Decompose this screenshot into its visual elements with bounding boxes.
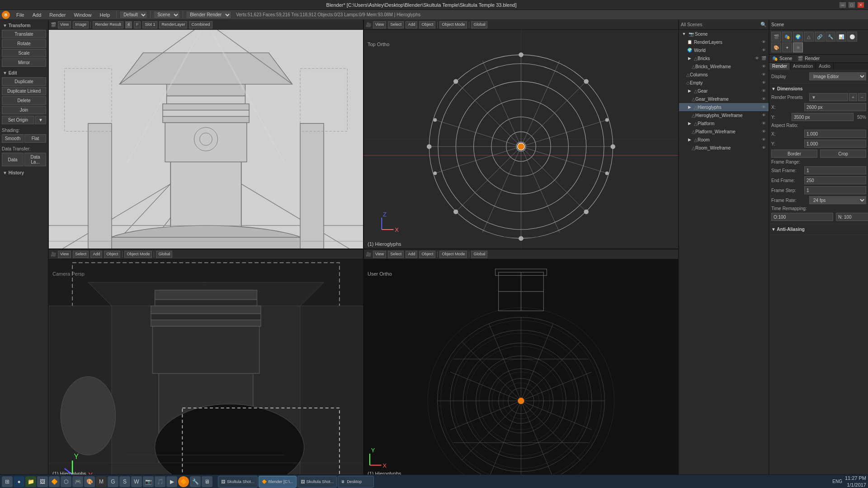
menu-render[interactable]: Render xyxy=(46,11,69,19)
vp-cam-add-btn[interactable]: Add xyxy=(90,251,102,258)
eye-icon[interactable]: 👁 xyxy=(760,39,767,45)
minimize-button[interactable]: ─ xyxy=(839,2,846,8)
edit-section[interactable]: ▼ Edit xyxy=(2,69,46,77)
outliner-item-room-wire[interactable]: △ Room_Wireframe 👁 xyxy=(679,144,769,152)
menu-help[interactable]: Help xyxy=(96,11,114,19)
props-physics-icon[interactable]: ⚛ xyxy=(793,42,803,52)
vp-user-object-btn[interactable]: Object xyxy=(419,251,435,258)
empty-eye-icon[interactable]: 👁 xyxy=(760,80,767,86)
outliner-item-world[interactable]: 🌍 World 👁 xyxy=(679,46,769,54)
vp-cam-mode-btn[interactable]: Object Mode xyxy=(124,251,152,258)
viewport-user-ortho[interactable]: 🎥 View Select Add Object Object Mode Glo… xyxy=(364,249,678,478)
menu-file[interactable]: File xyxy=(13,11,28,19)
border-button[interactable]: Border xyxy=(771,150,817,158)
taskbar-blender-icon[interactable]: 🔶 xyxy=(178,476,189,487)
props-scene-icon[interactable]: 🎭 xyxy=(782,32,792,42)
outliner-item-scene[interactable]: ▼ 📷 Scene xyxy=(679,30,769,38)
viewport-render[interactable]: 🎬 View Image Render Result 4 F Slot 1 Re… xyxy=(49,20,363,249)
vp-user-view-btn[interactable]: View xyxy=(373,251,386,258)
res-y-input[interactable] xyxy=(792,113,854,121)
taskbar-app6[interactable]: G xyxy=(108,476,118,487)
columns-eye-icon[interactable]: 👁 xyxy=(760,71,767,78)
aspect-x-input[interactable] xyxy=(804,130,866,138)
duplicate-button[interactable]: Duplicate xyxy=(2,77,46,86)
fps-dropdown[interactable]: 24 fps xyxy=(809,196,866,204)
hier-wire-eye-icon[interactable]: 👁 xyxy=(760,112,767,118)
outliner-search[interactable]: 🔍 xyxy=(760,22,767,28)
taskbar-chrome[interactable]: ● xyxy=(14,476,24,487)
set-origin-button[interactable]: Set Origin xyxy=(2,116,34,124)
anti-aliasing-title[interactable]: ▼ Anti-Aliasing xyxy=(771,226,866,233)
world-eye-icon[interactable]: 👁 xyxy=(760,47,767,53)
menu-add[interactable]: Add xyxy=(29,11,45,19)
taskbar-app1[interactable]: 🖼 xyxy=(37,476,48,487)
bricks-wire-eye-icon[interactable]: 👁 xyxy=(760,63,767,70)
viewport-user-content[interactable]: User Ortho xyxy=(364,259,678,478)
outliner-item-hier-wire[interactable]: △ Hieroglyphs_Wireframe 👁 xyxy=(679,111,769,119)
hier-eye-icon[interactable]: 👁 xyxy=(760,104,767,110)
bricks-render-icon[interactable]: 🎬 xyxy=(760,55,767,61)
taskbar-app11[interactable]: ▶ xyxy=(166,476,177,487)
outliner-item-gear-wire[interactable]: △ Gear_Wireframe 👁 xyxy=(679,95,769,103)
dimensions-title[interactable]: ▼ Dimensions xyxy=(771,85,866,92)
history-section[interactable]: ▼ History xyxy=(2,169,46,177)
render-tab-render[interactable]: Render xyxy=(769,63,790,70)
res-x-input[interactable] xyxy=(804,103,866,111)
vp-view-btn[interactable]: View xyxy=(58,21,71,28)
vp-user-mode-btn[interactable]: Object Mode xyxy=(439,251,467,258)
outliner-item-platform-wire[interactable]: △ Platform_Wireframe 👁 xyxy=(679,127,769,136)
props-constraint-icon[interactable]: 🔗 xyxy=(815,32,825,42)
taskbar-app5[interactable]: 🎨 xyxy=(84,476,95,487)
taskbar-running-4[interactable]: 🖥 Desktop xyxy=(338,476,374,488)
all-scenes-dropdown[interactable]: All Scenes xyxy=(681,22,702,27)
vp-cam-object-btn[interactable]: Object xyxy=(104,251,120,258)
taskbar-running-1[interactable]: 🖼 Skultula Shot... xyxy=(218,476,258,488)
vp-cam-select-btn[interactable]: Select xyxy=(73,251,89,258)
vp-user-global-btn[interactable]: Global xyxy=(471,251,487,258)
frame-step-input[interactable] xyxy=(804,186,866,194)
outliner-item-bricks-wire[interactable]: △ Bricks_Wireframe 👁 xyxy=(679,62,769,70)
outliner-item-gear[interactable]: ▶ △ Gear 👁 xyxy=(679,87,769,95)
vp-top-mode-btn[interactable]: Object Mode xyxy=(439,21,467,28)
viewport-camera-content[interactable]: Camera Persp xyxy=(49,259,363,478)
taskbar-manga[interactable]: M xyxy=(96,476,107,487)
smooth-button[interactable]: Smooth xyxy=(2,134,24,143)
outliner-item-renderlayers[interactable]: 📋 RenderLayers 👁 xyxy=(679,38,769,46)
vp-user-add-btn[interactable]: Add xyxy=(406,251,417,258)
data-la-button[interactable]: Data La... xyxy=(24,153,46,166)
room-wire-eye-icon[interactable]: 👁 xyxy=(760,145,767,151)
mirror-button[interactable]: Mirror xyxy=(2,58,46,67)
start-button[interactable]: ⊞ xyxy=(2,476,13,487)
taskbar-app12[interactable]: 🔧 xyxy=(190,476,201,487)
rotate-button[interactable]: Rotate xyxy=(2,39,46,48)
taskbar-app9[interactable]: 📷 xyxy=(143,476,154,487)
vp-renderlayer-btn[interactable]: RenderLayer xyxy=(159,21,187,28)
outliner-item-hieroglyphs[interactable]: ▶ △ Hieroglyphs 👁 xyxy=(679,103,769,111)
engine-dropdown[interactable]: Blender Render xyxy=(186,11,231,19)
outliner-item-platform[interactable]: ▶ △ Platform 👁 xyxy=(679,119,769,127)
display-dropdown[interactable]: Image Editor xyxy=(809,72,866,80)
viewport-top-content[interactable]: Top Ortho xyxy=(364,30,678,249)
vp-combined-btn[interactable]: Combined xyxy=(189,21,212,28)
start-frame-input[interactable] xyxy=(804,166,866,174)
props-material-icon[interactable]: ⚪ xyxy=(847,32,857,42)
viewport-camera-persp[interactable]: 🎥 View Select Add Object Object Mode Glo… xyxy=(49,249,363,478)
platform-wire-eye-icon[interactable]: 👁 xyxy=(760,128,767,135)
close-button[interactable]: ✕ xyxy=(857,2,864,8)
props-object-icon[interactable]: △ xyxy=(804,32,814,42)
duplicate-linked-button[interactable]: Duplicate Linked xyxy=(2,87,46,95)
vp-top-global-btn[interactable]: Global xyxy=(471,21,487,28)
render-presets-add-btn[interactable]: + xyxy=(849,93,857,101)
props-modifier-icon[interactable]: 🔧 xyxy=(826,32,835,42)
props-render-icon[interactable]: 🎬 xyxy=(771,32,781,42)
vp-cam-global-btn[interactable]: Global xyxy=(156,251,172,258)
join-button[interactable]: Join xyxy=(2,106,46,114)
time-remap-new[interactable] xyxy=(836,213,868,221)
delete-button[interactable]: Delete xyxy=(2,96,46,105)
taskbar-app3[interactable]: ⬡ xyxy=(61,476,71,487)
taskbar-running-3[interactable]: 🖼 Skultula Shot... xyxy=(297,476,337,488)
vp-render-result-btn[interactable]: Render Result xyxy=(93,21,123,28)
gear-wire-eye-icon[interactable]: 👁 xyxy=(760,96,767,102)
taskbar-app8[interactable]: W xyxy=(131,476,142,487)
taskbar-app7[interactable]: S xyxy=(119,476,130,487)
